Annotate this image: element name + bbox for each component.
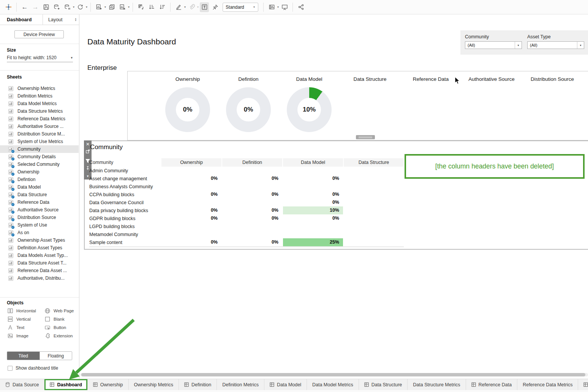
- pause-auto-updates-button[interactable]: [63, 2, 72, 12]
- device-preview-button[interactable]: Device Preview: [14, 30, 64, 38]
- donut-chart[interactable]: 10%: [287, 87, 332, 132]
- data-structure-cell[interactable]: [344, 175, 404, 183]
- data-structure-cell[interactable]: [344, 167, 404, 175]
- sheet-list-item[interactable]: Reference Data Asset ...: [0, 267, 79, 274]
- filter-caret-icon[interactable]: ▾: [577, 42, 584, 49]
- table-row[interactable]: Metamodel Community: [89, 230, 404, 238]
- definition-cell[interactable]: [222, 167, 282, 175]
- show-dashboard-title-row[interactable]: Show dashboard title: [8, 365, 58, 371]
- table-row[interactable]: Asset change management 0% 0% 0%: [89, 175, 404, 183]
- definition-cell[interactable]: [222, 183, 282, 190]
- filter-dropdown[interactable]: (All) ▾: [465, 41, 522, 49]
- definition-cell[interactable]: 0%: [222, 190, 282, 198]
- ownership-cell[interactable]: [161, 167, 221, 175]
- sheet-list-item[interactable]: Data Models Asset Typ...: [0, 252, 79, 259]
- duplicate-sheet-button[interactable]: [107, 2, 116, 12]
- pause-caret-icon[interactable]: ▾: [73, 5, 74, 9]
- table-row[interactable]: Admin Community: [89, 167, 404, 175]
- sheet-tab[interactable]: Ownership: [88, 379, 129, 390]
- ownership-cell[interactable]: [161, 222, 221, 230]
- sheet-tab[interactable]: Reference Data Metrics: [517, 379, 578, 390]
- horizontal-scrollbar[interactable]: [80, 373, 588, 376]
- filter-caret-icon[interactable]: ▾: [515, 42, 522, 49]
- sheet-tab[interactable]: Definition: [179, 379, 217, 390]
- data-structure-cell[interactable]: [344, 238, 404, 246]
- fit-mode-select[interactable]: Standard ▾: [223, 3, 258, 12]
- table-row[interactable]: Data Governance Council 0%: [89, 198, 404, 206]
- object-text[interactable]: Text: [8, 324, 45, 330]
- sheet-list-item[interactable]: Ownership Asset Types: [0, 236, 79, 244]
- ownership-cell[interactable]: 0%: [161, 190, 221, 198]
- floating-button[interactable]: Floating: [40, 352, 72, 360]
- definition-cell[interactable]: 0%: [222, 206, 282, 214]
- object-blank[interactable]: Blank: [45, 316, 77, 322]
- table-row[interactable]: GDPR building blocks 0% 0% 0%: [89, 214, 404, 222]
- zone-scroll-grip[interactable]: [356, 135, 375, 139]
- table-row[interactable]: Sample content 0% 0% 25%: [89, 238, 404, 246]
- sheet-list-item[interactable]: ✓ As on: [0, 229, 79, 236]
- sheet-tab[interactable]: Data Structure: [359, 379, 408, 390]
- clear-sheet-button[interactable]: [118, 2, 127, 12]
- swap-rows-columns-button[interactable]: [136, 2, 145, 12]
- data-model-cell[interactable]: 10%: [283, 206, 343, 214]
- table-row[interactable]: LGPD building blocks: [89, 222, 404, 230]
- scrollbar-handle[interactable]: [81, 373, 585, 376]
- object-image[interactable]: Image: [8, 333, 45, 338]
- data-model-cell[interactable]: 0%: [283, 214, 343, 222]
- new-worksheet-caret-icon[interactable]: ▾: [104, 5, 106, 9]
- sheet-list-item[interactable]: ✓ Data Structure: [0, 191, 79, 198]
- data-model-cell[interactable]: [283, 167, 343, 175]
- undo-button[interactable]: ←: [20, 2, 29, 12]
- sheet-list-item[interactable]: Data Model Metrics: [0, 100, 79, 107]
- definition-cell[interactable]: [222, 198, 282, 206]
- data-model-cell[interactable]: [283, 183, 343, 190]
- ownership-cell[interactable]: [161, 230, 221, 238]
- presentation-mode-button[interactable]: [280, 2, 289, 12]
- object-vertical[interactable]: Vertical: [8, 316, 45, 322]
- definition-cell[interactable]: 0%: [222, 238, 282, 246]
- show-me-caret-icon[interactable]: ▾: [277, 5, 279, 9]
- table-row[interactable]: Business Analysts Community: [89, 183, 404, 190]
- definition-cell[interactable]: [222, 222, 282, 230]
- definition-cell[interactable]: 0%: [222, 214, 282, 222]
- sheet-list-item[interactable]: Definition Metrics: [0, 92, 79, 100]
- sheet-list-item[interactable]: Reference Data Metrics: [0, 115, 79, 123]
- pane-collapse-icon[interactable]: ▴▾: [75, 17, 76, 21]
- ownership-cell[interactable]: 0%: [161, 214, 221, 222]
- tiled-button[interactable]: Tiled: [7, 352, 40, 360]
- sheet-tab[interactable]: Ownership Metrics: [129, 379, 179, 390]
- data-model-cell[interactable]: 25%: [283, 238, 343, 246]
- definition-cell[interactable]: [222, 230, 282, 238]
- size-select[interactable]: Fit to height: width: 1520 ▾: [7, 55, 73, 62]
- sheet-list-item[interactable]: ✓ System of Use: [0, 221, 79, 229]
- table-row[interactable]: CCPA building blocks 0% 0% 0%: [89, 190, 404, 198]
- sheet-list-item[interactable]: Definition Asset Types: [0, 244, 79, 252]
- sheet-list-item[interactable]: ✓ Selected Community: [0, 161, 79, 168]
- donut-chart[interactable]: 0%: [226, 87, 271, 132]
- data-structure-cell[interactable]: [344, 183, 404, 190]
- ownership-cell[interactable]: 0%: [161, 238, 221, 246]
- object-extension[interactable]: Extension: [45, 333, 77, 338]
- sheet-list-item[interactable]: Authoritative, Distribu...: [0, 274, 79, 282]
- sheet-list-item[interactable]: Data Structure Metrics: [0, 107, 79, 115]
- tableau-logo-icon[interactable]: [4, 2, 13, 12]
- data-model-cell[interactable]: 0%: [283, 198, 343, 206]
- sheet-tab[interactable]: Authoritative Source: [578, 379, 588, 390]
- new-worksheet-button[interactable]: [94, 2, 103, 12]
- sheet-tab[interactable]: Data Source: [0, 379, 44, 390]
- sheet-tab[interactable]: Data Structure Metrics: [408, 379, 466, 390]
- data-model-cell[interactable]: [283, 222, 343, 230]
- sheet-list-item[interactable]: ✓ Reference Data: [0, 198, 79, 206]
- redo-button[interactable]: →: [31, 2, 40, 12]
- object-horizontal[interactable]: Horizontal: [8, 308, 45, 313]
- fix-axes-pin-icon[interactable]: [210, 2, 220, 12]
- data-structure-cell[interactable]: [344, 222, 404, 230]
- sheet-list-item[interactable]: Ownership Metrics: [0, 85, 79, 92]
- sheet-list-item[interactable]: Data Structure Asset T...: [0, 259, 79, 267]
- data-model-cell[interactable]: 0%: [283, 175, 343, 183]
- sheet-list-item[interactable]: ✓ Distribution Source: [0, 214, 79, 221]
- share-button[interactable]: [296, 2, 305, 12]
- tab-layout[interactable]: Layout: [43, 14, 79, 25]
- sheet-list-item[interactable]: ✓ Ownership: [0, 168, 79, 176]
- sheet-tab[interactable]: Data Model Metrics: [307, 379, 359, 390]
